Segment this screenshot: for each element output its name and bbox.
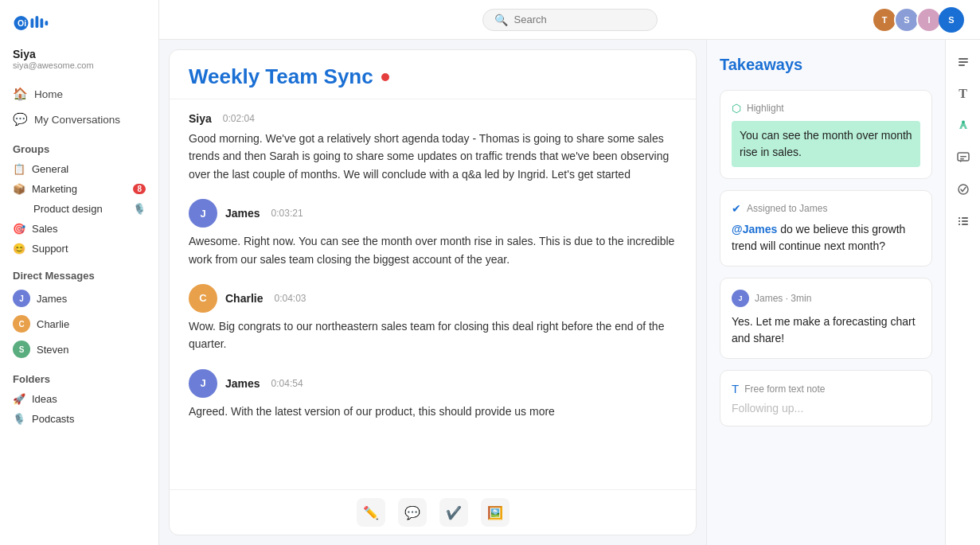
sidebar-item-marketing-label: Marketing: [32, 183, 77, 195]
notes-icon: [957, 56, 970, 68]
sidebar-dm-james-label: James: [37, 293, 67, 305]
sender-charlie: Charlie: [225, 292, 263, 305]
sidebar-item-general[interactable]: 📋 General: [0, 159, 158, 179]
image-button[interactable]: 🖼️: [481, 498, 510, 527]
highlight-button[interactable]: ✏️: [357, 498, 385, 527]
assigned-user-mention: @James: [732, 223, 777, 236]
chat-header: Weekly Team Sync: [170, 50, 696, 99]
time-james-2: 0:04:54: [271, 378, 303, 389]
takeaway-card-response: J James · 3min Yes. Let me make a foreca…: [720, 278, 932, 359]
assigned-text: @James do we believe this growth trend w…: [732, 221, 920, 255]
ideas-icon: 🚀: [13, 393, 25, 405]
chat-title: Weekly Team Sync: [189, 64, 677, 89]
user-email: siya@awesome.com: [13, 60, 146, 70]
avatar-steven: S: [13, 341, 30, 358]
svg-rect-2: [36, 16, 39, 28]
sidebar-item-sales-label: Sales: [32, 223, 58, 235]
takeaways-panel: Takeaways ⬡ Highlight You can see the mo…: [706, 40, 945, 545]
svg-rect-3: [41, 18, 44, 28]
sidebar-item-support-label: Support: [32, 243, 68, 255]
message-header-charlie: C Charlie 0:04:03: [189, 284, 677, 313]
rt-highlight-icon: [957, 119, 970, 132]
response-avatar: J: [732, 290, 749, 307]
sidebar-item-home[interactable]: 🏠 Home: [0, 81, 158, 107]
message-text-james-2: Agreed. With the latest version of our p…: [189, 403, 677, 420]
sidebar-folder-podcasts[interactable]: 🎙️ Podcasts: [0, 409, 158, 429]
svg-rect-15: [962, 217, 968, 219]
sidebar-dm-steven[interactable]: S Steven: [0, 337, 158, 362]
message-header-james-1: J James 0:03:21: [189, 199, 677, 228]
sidebar-item-product-design[interactable]: Product design 🎙️: [0, 199, 158, 219]
rt-list-btn[interactable]: [951, 208, 976, 234]
sidebar-item-product-design-label: Product design: [33, 203, 103, 215]
chat-toolbar: ✏️ 💬 ✔️ 🖼️: [170, 489, 696, 535]
svg-rect-6: [959, 58, 968, 60]
note-label: Free form text note: [744, 383, 825, 395]
svg-rect-8: [959, 64, 965, 66]
avatar-james-msg-2: J: [189, 369, 217, 398]
card-header-response: J James · 3min: [732, 290, 920, 307]
svg-text:Oi: Oi: [18, 18, 26, 28]
content-area: Weekly Team Sync Siya 0:02:04 Good morni…: [159, 40, 980, 545]
svg-rect-14: [959, 217, 960, 219]
user-name: Siya: [13, 48, 146, 60]
main-area: 🔍 T S I S Weekly Team Sync Si: [159, 0, 980, 545]
marketing-icon: 📦: [13, 183, 25, 195]
sidebar-item-sales[interactable]: 🎯 Sales: [0, 219, 158, 239]
chat-title-text: Weekly Team Sync: [189, 64, 373, 89]
card-header-highlight: ⬡ Highlight: [732, 102, 920, 115]
assign-button[interactable]: ✔️: [439, 498, 468, 527]
right-toolbar: T: [945, 40, 980, 545]
user-profile: Siya siya@awesome.com: [0, 43, 158, 81]
svg-point-13: [959, 185, 968, 194]
mic-icon: 🎙️: [133, 203, 146, 215]
svg-rect-11: [960, 156, 966, 158]
topbar-avatars: T S I S: [877, 7, 964, 33]
sidebar-item-conversations-label: My Conversations: [34, 114, 120, 126]
sender-james-1: James: [225, 207, 260, 220]
marketing-badge: 8: [133, 184, 146, 194]
assign-icon: ✔: [732, 202, 741, 215]
search-input[interactable]: [514, 14, 626, 25]
message-text-charlie: Wow. Big congrats to our northeastern sa…: [189, 317, 677, 353]
live-indicator: [381, 73, 389, 81]
note-text: Following up...: [732, 402, 920, 415]
message-header-siya: Siya 0:02:04: [189, 112, 677, 125]
svg-rect-12: [960, 158, 964, 160]
comment-button[interactable]: 💬: [398, 498, 427, 527]
takeaway-card-assigned: ✔ Assigned to James @James do we believe…: [720, 190, 932, 267]
message-james-1: J James 0:03:21 Awesome. Right now. You …: [189, 199, 677, 268]
rt-highlight-btn[interactable]: [951, 113, 976, 138]
sender-siya: Siya: [189, 112, 212, 125]
takeaways-title: Takeaways: [720, 56, 932, 74]
sidebar-item-support[interactable]: 😊 Support: [0, 239, 158, 259]
highlight-text: You can see the month over month rise in…: [732, 121, 920, 167]
sidebar-item-marketing[interactable]: 📦 Marketing 8: [0, 179, 158, 199]
sidebar-folder-ideas[interactable]: 🚀 Ideas: [0, 389, 158, 409]
message-james-2: J James 0:04:54 Agreed. With the latest …: [189, 369, 677, 420]
sidebar-folder-ideas-label: Ideas: [32, 393, 57, 405]
rt-text-btn[interactable]: T: [951, 81, 976, 107]
sidebar-folder-podcasts-label: Podcasts: [32, 413, 74, 425]
support-icon: 😊: [13, 243, 25, 255]
sidebar: Oi Siya siya@awesome.com 🏠 Home 💬 My Con…: [0, 0, 159, 545]
avatar-charlie-msg: C: [189, 284, 217, 313]
svg-rect-16: [959, 220, 960, 222]
time-charlie: 0:04:03: [274, 293, 306, 304]
svg-rect-1: [31, 18, 34, 28]
card-header-note: T Free form text note: [732, 382, 920, 395]
message-siya: Siya 0:02:04 Good morning. We've got a r…: [189, 112, 677, 183]
topbar-avatar-current: S: [939, 7, 964, 33]
search-bar[interactable]: 🔍: [482, 9, 658, 31]
response-label: James · 3min: [755, 293, 811, 304]
sidebar-dm-charlie[interactable]: C Charlie: [0, 311, 158, 337]
svg-rect-17: [962, 220, 968, 222]
rt-notes-btn[interactable]: [951, 49, 976, 75]
sidebar-item-my-conversations[interactable]: 💬 My Conversations: [0, 107, 158, 132]
sidebar-dm-james[interactable]: J James: [0, 286, 158, 311]
rt-check-btn[interactable]: [951, 177, 976, 202]
svg-rect-7: [959, 61, 968, 63]
rt-comment-btn[interactable]: [951, 145, 976, 170]
sender-james-2: James: [225, 377, 260, 390]
rt-list-icon: [957, 215, 970, 228]
